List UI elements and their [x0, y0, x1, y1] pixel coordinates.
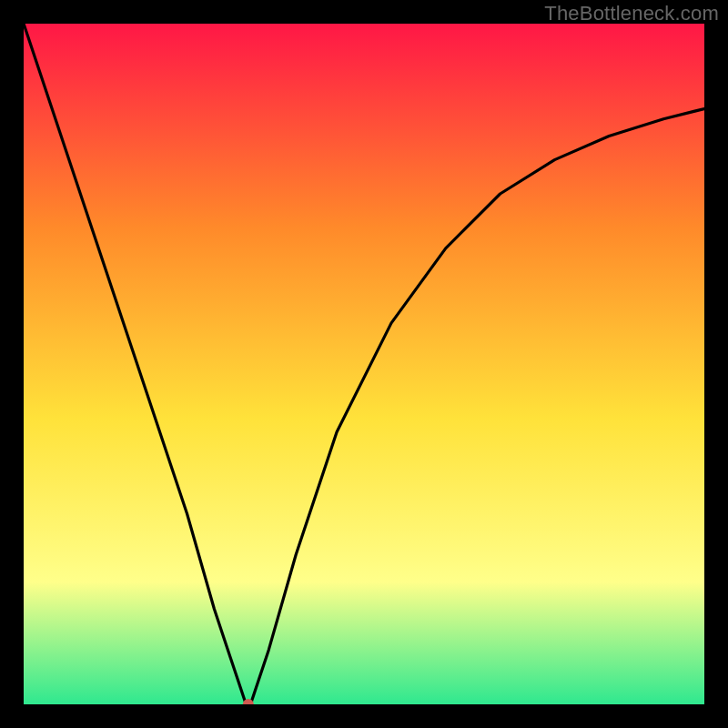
chart-frame: TheBottleneck.com	[0, 0, 728, 728]
plot-area	[24, 24, 704, 704]
gradient-background	[24, 24, 704, 704]
chart-svg	[24, 24, 704, 704]
watermark-text: TheBottleneck.com	[544, 2, 719, 25]
